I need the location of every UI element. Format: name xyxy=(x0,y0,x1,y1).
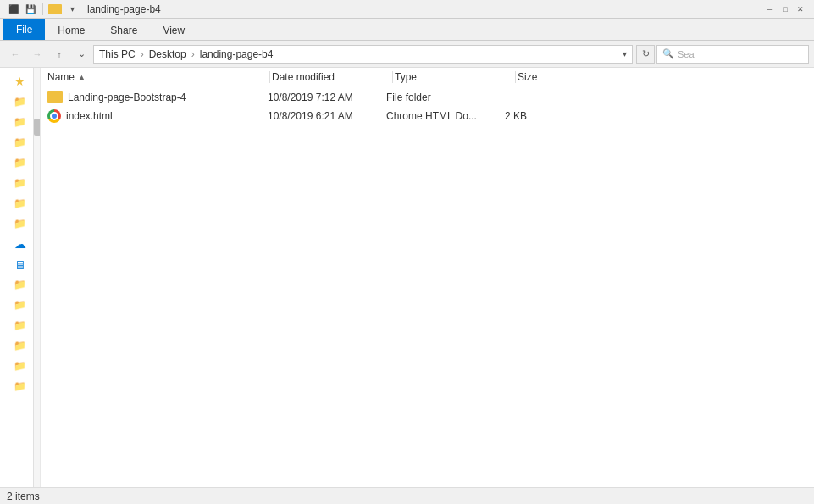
minimize-button[interactable]: ─ xyxy=(763,3,777,16)
ribbon: File Home Share View xyxy=(0,19,814,41)
sep2: › xyxy=(191,48,195,60)
sidebar-scroll-thumb xyxy=(34,119,41,136)
sidebar-item-8[interactable]: 📁 xyxy=(5,275,36,294)
cloud-icon: ☁ xyxy=(13,236,28,252)
table-row[interactable]: index.html 10/8/2019 6:21 AM Chrome HTML… xyxy=(41,107,814,125)
col-sep-2 xyxy=(392,71,393,83)
breadcrumb-desktop: Desktop xyxy=(149,48,186,60)
search-icon: 🔍 xyxy=(662,48,674,59)
sort-asc-icon: ▲ xyxy=(78,73,86,81)
folder-icon-1: 📁 xyxy=(13,94,28,109)
tab-share[interactable]: Share xyxy=(97,20,150,40)
folder-icon-8: 📁 xyxy=(13,277,28,292)
sidebar-item-11[interactable]: 📁 xyxy=(5,336,36,355)
back-button[interactable]: ← xyxy=(5,44,25,64)
title-sep xyxy=(42,3,43,15)
file-name-cell: Landing-page-Bootstrap-4 xyxy=(47,91,268,103)
maximize-button[interactable]: □ xyxy=(778,3,792,16)
tab-home[interactable]: Home xyxy=(45,20,97,40)
col-type-header[interactable]: Type xyxy=(395,71,513,83)
sidebar-item-9[interactable]: 📁 xyxy=(5,296,36,314)
item-count: 2 items xyxy=(7,490,40,502)
folder-icon-11: 📁 xyxy=(13,338,28,353)
sidebar-item-12[interactable]: 📁 xyxy=(5,357,36,375)
folder-icon-12: 📁 xyxy=(13,358,28,374)
chrome-type-icon xyxy=(47,109,61,123)
search-placeholder: Sea xyxy=(678,49,695,59)
file-list: Landing-page-Bootstrap-4 10/8/2019 7:12 … xyxy=(41,86,814,487)
folder-icon-5: 📁 xyxy=(13,175,28,191)
close-button[interactable]: ✕ xyxy=(794,3,807,16)
status-bar: 2 items xyxy=(0,487,814,504)
file-size-cell: 2 KB xyxy=(505,110,573,122)
table-row[interactable]: Landing-page-Bootstrap-4 10/8/2019 7:12 … xyxy=(41,88,814,107)
sidebar-item-cloud[interactable]: ☁ xyxy=(5,235,36,253)
forward-button[interactable]: → xyxy=(27,44,47,64)
file-area: Name ▲ Date modified Type Size Landing-p… xyxy=(41,68,814,487)
file-date-cell: 10/8/2019 7:12 AM xyxy=(268,91,386,103)
window-controls: ─ □ ✕ xyxy=(763,3,807,16)
search-bar[interactable]: 🔍 Sea xyxy=(656,45,809,64)
breadcrumb-thispc: This PC xyxy=(99,48,136,60)
col-size-header[interactable]: Size xyxy=(518,71,585,83)
sidebar-item-4[interactable]: 📁 xyxy=(5,153,36,172)
sidebar-item-2[interactable]: 📁 xyxy=(5,113,36,131)
title-bar: ⬛ 💾 ▾ landing-page-b4 ─ □ ✕ xyxy=(0,0,814,19)
sidebar-item-3[interactable]: 📁 xyxy=(5,133,36,152)
up-button[interactable]: ↑ xyxy=(49,44,69,64)
folder-icon-7: 📁 xyxy=(13,216,28,231)
folder-icon-3: 📁 xyxy=(13,135,28,150)
main-area: ★ 📁 📁 📁 📁 📁 📁 📁 ☁ 🖥 📁 xyxy=(0,68,814,487)
recent-button[interactable]: ⌄ xyxy=(71,44,91,64)
file-name-cell: index.html xyxy=(47,109,268,123)
address-bar[interactable]: This PC › Desktop › landing-page-b4 ▾ xyxy=(93,45,633,64)
tab-view[interactable]: View xyxy=(150,20,197,40)
nav-bar: ← → ↑ ⌄ This PC › Desktop › landing-page… xyxy=(0,41,814,68)
sidebar-item-desktop[interactable]: 🖥 xyxy=(5,255,36,274)
folder-icon-6: 📁 xyxy=(13,196,28,211)
sidebar-item-7[interactable]: 📁 xyxy=(5,214,36,233)
file-type-cell: File folder xyxy=(386,91,505,103)
dropdown-icon[interactable]: ▾ xyxy=(65,3,79,16)
window-title: landing-page-b4 xyxy=(87,3,161,15)
desktop-icon: 🖥 xyxy=(13,257,28,272)
title-bar-icons: ⬛ 💾 ▾ xyxy=(7,3,79,16)
save-icon: 💾 xyxy=(24,3,37,16)
folder-title-icon xyxy=(48,4,62,14)
folder-icon-4: 📁 xyxy=(13,155,28,170)
star-icon: ★ xyxy=(13,74,28,89)
ribbon-tabs: File Home Share View xyxy=(0,19,814,40)
address-dropdown[interactable]: ▾ xyxy=(623,49,627,58)
col-date-header[interactable]: Date modified xyxy=(272,71,390,83)
folder-icon-2: 📁 xyxy=(13,114,28,130)
sidebar-item-10[interactable]: 📁 xyxy=(5,316,36,335)
sidebar: ★ 📁 📁 📁 📁 📁 📁 📁 ☁ 🖥 📁 xyxy=(0,68,41,487)
sidebar-item-5[interactable]: 📁 xyxy=(5,174,36,192)
status-sep xyxy=(47,490,47,502)
folder-type-icon xyxy=(47,91,63,103)
file-date-cell: 10/8/2019 6:21 AM xyxy=(268,110,386,122)
folder-icon-9: 📁 xyxy=(13,297,28,313)
breadcrumb-folder: landing-page-b4 xyxy=(200,48,274,60)
sidebar-item-quickaccess[interactable]: ★ xyxy=(5,72,36,91)
sidebar-scrollbar[interactable] xyxy=(33,68,40,487)
folder-icon-13: 📁 xyxy=(13,379,28,394)
sidebar-item-1[interactable]: 📁 xyxy=(5,92,36,111)
file-column-headers: Name ▲ Date modified Type Size xyxy=(41,68,814,86)
sidebar-item-13[interactable]: 📁 xyxy=(5,377,36,396)
sidebar-item-6[interactable]: 📁 xyxy=(5,194,36,213)
folder-icon-10: 📁 xyxy=(13,318,28,333)
file-type-cell: Chrome HTML Do... xyxy=(386,110,505,122)
quick-access-icon: ⬛ xyxy=(7,3,20,16)
col-sep-3 xyxy=(515,71,516,83)
tab-file[interactable]: File xyxy=(3,19,45,40)
col-sep-1 xyxy=(269,71,270,83)
col-name-header[interactable]: Name ▲ xyxy=(47,71,268,83)
refresh-button[interactable]: ↻ xyxy=(636,45,655,64)
sep1: › xyxy=(141,48,144,60)
